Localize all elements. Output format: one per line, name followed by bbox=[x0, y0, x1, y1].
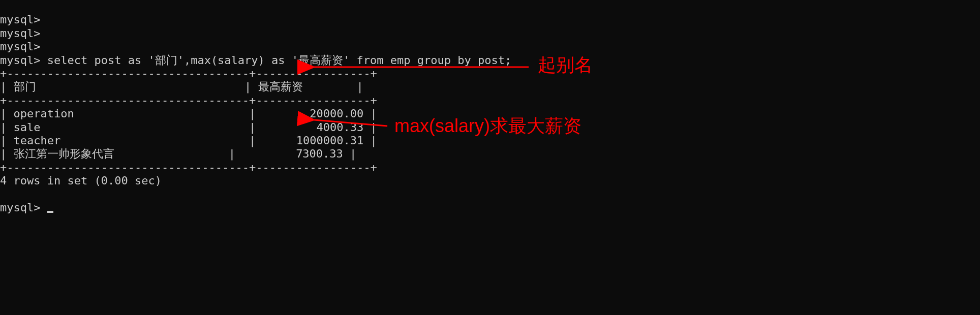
mysql-query-prompt: mysql> bbox=[0, 54, 40, 67]
mysql-query-line: mysql> select post as '部门',max(salary) a… bbox=[0, 54, 511, 67]
mysql-prompt-2: mysql> bbox=[0, 27, 40, 40]
table-cell-post: operation bbox=[14, 107, 74, 120]
table-top-border: +------------------------------------+--… bbox=[0, 67, 377, 80]
final-prompt-line: mysql> bbox=[0, 201, 53, 214]
table-cell-salary: 1000000.31 bbox=[296, 134, 363, 147]
mysql-prompt-1: mysql> bbox=[0, 13, 40, 26]
table-row: | teacher | 1000000.31 | bbox=[0, 134, 377, 147]
table-row: | 张江第一帅形象代言 | 7300.33 | bbox=[0, 147, 356, 160]
table-row: | operation | 20000.00 | bbox=[0, 107, 377, 120]
table-cell-post: sale bbox=[14, 121, 41, 134]
table-cell-salary: 4000.33 bbox=[317, 121, 364, 134]
table-row: | sale | 4000.33 | bbox=[0, 121, 377, 134]
cursor-icon bbox=[47, 211, 53, 213]
annotation-max: max(salary)求最大薪资 bbox=[394, 115, 581, 137]
table-cell-salary: 20000.00 bbox=[310, 107, 363, 120]
result-status: 4 rows in set (0.00 sec) bbox=[0, 174, 162, 187]
mysql-prompt-3: mysql> bbox=[0, 40, 40, 53]
mysql-final-prompt: mysql> bbox=[0, 201, 40, 214]
sql-query: select post as '部门',max(salary) as '最高薪资… bbox=[40, 54, 511, 67]
table-cell-post: 张江第一帅形象代言 bbox=[14, 147, 114, 160]
table-bottom-border: +------------------------------------+--… bbox=[0, 161, 377, 174]
table-mid-border: +------------------------------------+--… bbox=[0, 94, 377, 107]
annotation-alias: 起别名 bbox=[538, 54, 593, 76]
table-cell-post: teacher bbox=[14, 134, 61, 147]
table-cell-salary: 7300.33 bbox=[296, 147, 343, 160]
terminal-output[interactable]: mysql> mysql> mysql> mysql> select post … bbox=[0, 0, 980, 214]
table-header-col2: 最高薪资 bbox=[258, 80, 303, 93]
table-header-col1: 部门 bbox=[14, 80, 36, 93]
table-header-row: | 部门 | 最高薪资 | bbox=[0, 80, 363, 93]
